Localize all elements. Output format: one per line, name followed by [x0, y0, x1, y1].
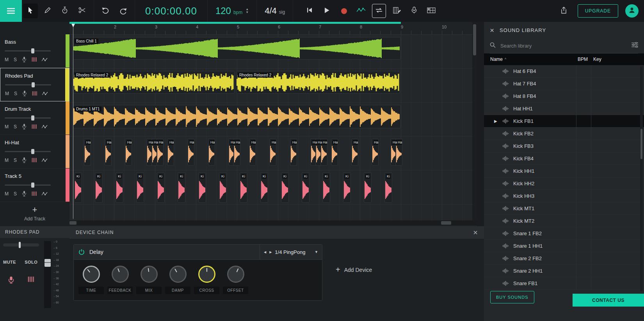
- automation-icon[interactable]: [42, 91, 48, 96]
- sound-list-item[interactable]: Kick MT1: [484, 202, 644, 215]
- track-volume-slider[interactable]: [5, 50, 51, 51]
- audio-clip[interactable]: Ha: [351, 138, 358, 166]
- sound-list-item[interactable]: ▶Kick FB1: [484, 115, 644, 128]
- audio-clip[interactable]: Ha: [331, 138, 338, 166]
- audio-clip[interactable]: Ha: [372, 138, 379, 166]
- track-solo-button[interactable]: S: [14, 91, 17, 96]
- sound-list-item[interactable]: Snare 1 HH1: [484, 240, 644, 252]
- audio-clip[interactable]: Ha: [167, 138, 174, 166]
- buy-sounds-button[interactable]: BUY SOUNDS: [490, 291, 534, 303]
- audio-clip[interactable]: Bass Chill 1: [73, 37, 401, 60]
- library-scrollbar-thumb[interactable]: [640, 129, 642, 159]
- skip-to-start-button[interactable]: [302, 4, 317, 18]
- sound-list-item[interactable]: Hat 8 FB4: [484, 90, 644, 103]
- sound-list-item[interactable]: Kick MT2: [484, 215, 644, 227]
- bpm-stepper[interactable]: ▲▼: [246, 8, 249, 14]
- volume-thumb[interactable]: [31, 183, 34, 188]
- column-key[interactable]: Key: [593, 57, 601, 62]
- mic-icon[interactable]: [22, 124, 27, 129]
- loop-region[interactable]: [69, 22, 401, 24]
- audio-clip[interactable]: Ha: [84, 138, 91, 166]
- pan-slider-thumb[interactable]: [19, 242, 21, 248]
- playhead[interactable]: [73, 24, 73, 219]
- audio-clip[interactable]: Ha: [249, 138, 256, 166]
- sound-list-item[interactable]: Kick FB2: [484, 128, 644, 140]
- track-mute-button[interactable]: M: [5, 91, 9, 96]
- sound-list-item[interactable]: Hat HH1: [484, 103, 644, 115]
- vertical-scrollbar-thumb[interactable]: [473, 24, 476, 55]
- search-input[interactable]: [500, 43, 628, 49]
- audio-clip[interactable]: Rhodes Relaxed 2: [236, 71, 400, 94]
- piano-icon[interactable]: [32, 191, 37, 196]
- knob-dial[interactable]: [141, 266, 158, 283]
- automation-icon[interactable]: [42, 57, 48, 62]
- close-icon[interactable]: ×: [473, 229, 478, 236]
- play-icon[interactable]: ▶: [494, 119, 497, 123]
- knob-dial[interactable]: [198, 266, 215, 283]
- volume-thumb[interactable]: [31, 149, 34, 154]
- horizontal-scrollbar[interactable]: [69, 220, 477, 225]
- audio-clip[interactable]: Ki: [302, 172, 310, 203]
- list-column-headers[interactable]: Name ^ BPM Key: [484, 53, 644, 65]
- knob-feedback[interactable]: FEEDBACK: [107, 266, 133, 294]
- automation-icon[interactable]: [42, 158, 48, 163]
- audio-clip[interactable]: Ki: [157, 172, 165, 203]
- track-volume-slider[interactable]: [5, 84, 51, 85]
- track-solo-button[interactable]: S: [14, 191, 17, 197]
- sound-list-item[interactable]: Snare 1 FB2: [484, 227, 644, 240]
- play-button[interactable]: [319, 4, 334, 18]
- add-track-button[interactable]: + Add Track: [0, 206, 69, 222]
- audio-clip[interactable]: Ha: [269, 138, 276, 166]
- audio-clip[interactable]: Ha: [187, 138, 194, 166]
- piano-icon[interactable]: [28, 276, 34, 285]
- audio-clip[interactable]: Ki: [74, 172, 82, 203]
- pattern-grid-button[interactable]: [424, 4, 439, 18]
- track-solo-button[interactable]: S: [14, 124, 17, 129]
- track-header[interactable]: Rhodes PadMS: [0, 68, 69, 101]
- draw-tool-button[interactable]: [40, 4, 55, 18]
- channel-solo-button[interactable]: SOLO: [25, 260, 37, 264]
- mic-icon[interactable]: [22, 57, 27, 62]
- audio-clip[interactable]: Ki: [343, 172, 351, 203]
- sound-list-item[interactable]: Hat 7 FB4: [484, 78, 644, 90]
- audio-clip[interactable]: Ki: [240, 172, 247, 203]
- automation-button[interactable]: [354, 4, 368, 18]
- upgrade-button[interactable]: UPGRADE: [578, 4, 618, 18]
- sound-list-item[interactable]: Snare 2 HH1: [484, 265, 644, 277]
- volume-thumb[interactable]: [32, 82, 35, 87]
- redo-button[interactable]: [116, 4, 130, 18]
- audio-clip[interactable]: Ki: [364, 172, 372, 203]
- track-volume-slider[interactable]: [5, 151, 51, 152]
- audio-clip[interactable]: Drums 1 MT1: [73, 105, 401, 128]
- audio-clip[interactable]: Ha: [290, 138, 297, 166]
- knob-dial[interactable]: [169, 266, 187, 283]
- audio-clip[interactable]: Rhodes Relaxed 2: [73, 71, 235, 94]
- note-editor-button[interactable]: [390, 4, 404, 18]
- track-solo-button[interactable]: S: [14, 158, 17, 163]
- piano-icon[interactable]: [32, 57, 37, 62]
- column-name[interactable]: Name: [490, 57, 503, 62]
- track-header[interactable]: BassMS: [0, 34, 69, 68]
- track-volume-slider[interactable]: [5, 117, 51, 119]
- knob-cross[interactable]: CROSS: [194, 266, 219, 294]
- mic-icon[interactable]: [22, 191, 27, 197]
- audio-clip[interactable]: Ha: [125, 138, 132, 166]
- audio-clip[interactable]: Ki: [281, 172, 289, 203]
- piano-icon[interactable]: [32, 124, 37, 129]
- horizontal-scrollbar-thumb[interactable]: [441, 221, 451, 225]
- audio-clip[interactable]: Ha: [208, 138, 215, 166]
- track-header[interactable]: Drum TrackMS: [0, 101, 69, 135]
- preset-prev-icon[interactable]: ◀: [264, 250, 267, 254]
- time-signature-control[interactable]: 4/4 sig: [265, 6, 285, 16]
- audio-clip[interactable]: Ki: [178, 172, 185, 203]
- sound-list-item[interactable]: Kick HH3: [484, 190, 644, 202]
- sound-list-item[interactable]: Kick FB3: [484, 140, 644, 153]
- contact-us-button[interactable]: CONTACT US: [573, 294, 644, 307]
- share-button[interactable]: [557, 4, 571, 18]
- knob-dial[interactable]: [83, 266, 100, 283]
- record-button[interactable]: [336, 4, 351, 18]
- filter-icon[interactable]: [632, 42, 638, 49]
- track-solo-button[interactable]: S: [14, 57, 17, 62]
- column-bpm[interactable]: BPM: [578, 57, 588, 62]
- audio-clip[interactable]: Ki: [322, 172, 330, 203]
